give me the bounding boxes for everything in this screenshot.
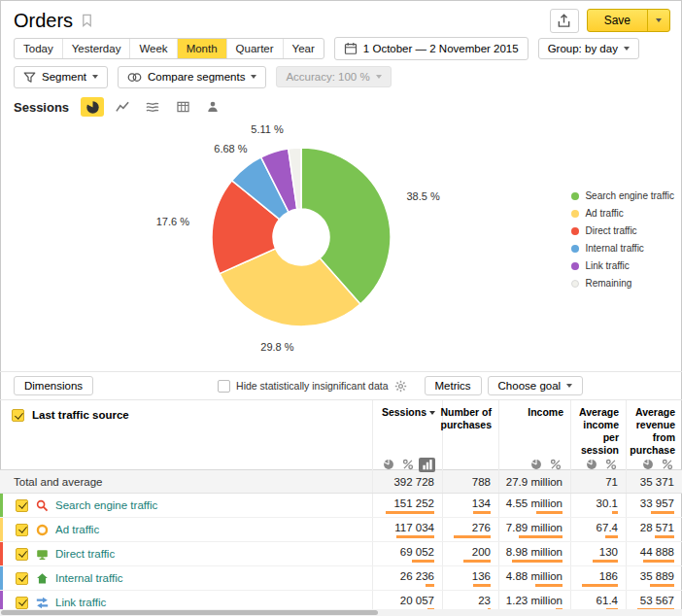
data-table-type-icon[interactable]	[171, 97, 194, 117]
metric-value-cell[interactable]: 67.4	[570, 518, 626, 541]
metric-value-cell[interactable]: 33 957	[626, 494, 682, 517]
metric-value-cell[interactable]: 44 888	[626, 542, 682, 565]
total-value-cell: 35 371	[626, 470, 682, 493]
stacked-area-type-icon[interactable]	[141, 97, 164, 117]
column-header-sessions[interactable]: Sessions	[372, 400, 442, 477]
column-header-label: Average revenue from purchase	[630, 406, 675, 458]
period-tab-year[interactable]: Year	[284, 39, 324, 58]
source-link[interactable]: Internal traffic	[55, 572, 122, 584]
column-header-average-revenue-from-purchase: Average revenue from purchase	[626, 400, 682, 477]
accuracy-label: Accuracy: 100 %	[286, 71, 369, 83]
export-button[interactable]	[550, 9, 579, 33]
group-by-select[interactable]: Group: by day	[538, 38, 639, 59]
column-header-number-of-purchases: Number of purchases	[442, 400, 498, 477]
legend-item-link-traffic[interactable]: Link traffic	[571, 260, 674, 271]
metric-value-cell[interactable]: 4.88 million	[498, 566, 570, 590]
metric-value-cell[interactable]: 4.55 million	[498, 494, 570, 517]
legend-label: Internal traffic	[585, 243, 643, 254]
metric-value-cell[interactable]: 30.1	[570, 494, 626, 517]
source-link[interactable]: Ad traffic	[55, 524, 99, 535]
hide-insignificant-checkbox[interactable]	[218, 380, 230, 393]
row-source-cell: Internal traffic	[0, 566, 372, 590]
row-checkbox[interactable]	[16, 548, 28, 561]
total-value-cell: 27.9 million	[498, 470, 570, 493]
metric-value: 151 252	[393, 497, 434, 509]
person-type-icon[interactable]	[201, 97, 224, 117]
metric-value-cell[interactable]: 117 034	[372, 518, 442, 541]
metric-value: 276	[472, 522, 491, 533]
row-checkbox[interactable]	[16, 597, 28, 609]
value-bar	[412, 560, 434, 563]
segment-button[interactable]: Segment	[14, 66, 108, 88]
funnel-icon	[23, 71, 36, 84]
line-chart-type-icon[interactable]	[111, 97, 134, 117]
value-bar	[396, 535, 434, 538]
metric-value-cell[interactable]: 7.89 million	[498, 518, 570, 541]
legend-item-search-engine-traffic[interactable]: Search engine traffic	[571, 190, 674, 201]
metric-value-cell[interactable]: 151 252	[372, 494, 442, 517]
legend-item-remaining[interactable]: Remaining	[571, 278, 674, 289]
accuracy-button: Accuracy: 100 %	[276, 66, 391, 87]
metric-value-cell[interactable]: 69 052	[372, 542, 442, 565]
source-link[interactable]: Direct traffic	[55, 548, 115, 560]
segment-controls-row: Segment Compare segments Accuracy: 100 %	[0, 62, 682, 91]
period-tab-quarter[interactable]: Quarter	[227, 39, 284, 58]
period-tab-today[interactable]: Today	[15, 39, 63, 58]
orders-report-page: Orders Save TodayYesterdayWeekMonthQuart…	[0, 0, 682, 615]
chart-header: Sessions	[0, 91, 682, 117]
value-bar	[655, 535, 674, 538]
bookmark-icon[interactable]	[81, 14, 93, 27]
gear-icon[interactable]	[394, 380, 407, 393]
link-icon	[35, 596, 49, 609]
pie-slice-label: 29.8 %	[260, 341, 293, 353]
caret-down-icon	[624, 47, 630, 51]
metric-value: 4.55 million	[506, 497, 563, 509]
pie-chart-type-icon[interactable]	[81, 97, 104, 117]
metric-value-cell[interactable]: 134	[442, 494, 498, 517]
total-value: 35 371	[640, 476, 674, 488]
save-dropdown-button[interactable]	[647, 10, 669, 31]
source-link[interactable]: Link traffic	[55, 597, 106, 608]
metric-value-cell[interactable]: 186	[570, 566, 626, 590]
metric-value: 186	[599, 570, 618, 582]
date-range-button[interactable]: 1 October — 2 November 2015	[334, 37, 529, 60]
dimensions-button[interactable]: Dimensions	[14, 376, 93, 395]
metric-value: 134	[472, 497, 491, 509]
row-checkbox[interactable]	[16, 524, 28, 536]
segment-label: Segment	[42, 71, 86, 83]
legend-item-internal-traffic[interactable]: Internal traffic	[571, 243, 674, 254]
metrics-button[interactable]: Metrics	[425, 376, 482, 395]
chart-type-switcher	[81, 97, 224, 117]
metric-value: 28 571	[640, 522, 674, 533]
group-by-label: Group: by day	[548, 43, 618, 54]
save-button[interactable]: Save	[588, 10, 647, 31]
select-all-checkbox[interactable]	[12, 409, 24, 422]
pie-slice-label: 38.5 %	[407, 190, 440, 202]
metric-value-cell[interactable]: 136	[442, 566, 498, 590]
value-bar	[651, 511, 674, 514]
metric-value-cell[interactable]: 26 236	[372, 566, 442, 590]
metric-value: 136	[472, 570, 491, 582]
source-link[interactable]: Search engine traffic	[55, 499, 157, 511]
period-tab-week[interactable]: Week	[130, 39, 177, 58]
legend-item-direct-traffic[interactable]: Direct traffic	[571, 225, 674, 236]
value-bar	[386, 511, 434, 514]
choose-goal-select[interactable]: Choose goal	[488, 376, 584, 395]
row-checkbox[interactable]	[16, 499, 28, 512]
legend-item-ad-traffic[interactable]: Ad traffic	[571, 208, 674, 219]
value-bar	[519, 535, 563, 538]
horizontal-scrollbar[interactable]	[0, 609, 682, 616]
metric-value-cell[interactable]: 276	[442, 518, 498, 541]
metric-value-cell[interactable]: 8.98 million	[498, 542, 570, 565]
metric-value-cell[interactable]: 200	[442, 542, 498, 565]
row-checkbox[interactable]	[16, 572, 28, 585]
period-tab-yesterday[interactable]: Yesterday	[63, 39, 131, 58]
legend-dot	[571, 280, 579, 288]
compare-segments-button[interactable]: Compare segments	[118, 66, 266, 88]
row-source-cell: Direct traffic	[0, 542, 372, 565]
metric-value-cell[interactable]: 130	[570, 542, 626, 565]
horizontal-scrollbar-thumb[interactable]	[1, 610, 378, 615]
metric-value-cell[interactable]: 28 571	[626, 518, 682, 541]
metric-value-cell[interactable]: 35 889	[626, 566, 682, 590]
period-tab-month[interactable]: Month	[178, 39, 227, 58]
